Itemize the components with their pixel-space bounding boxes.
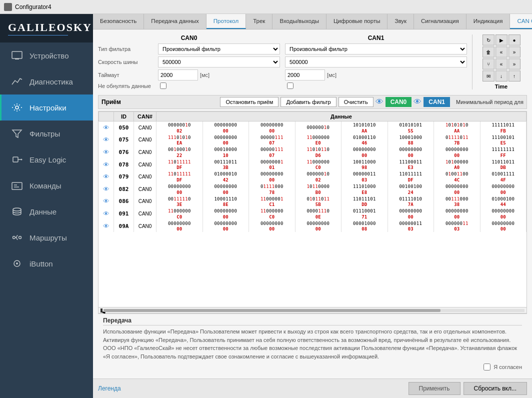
ctrl-refresh-btn[interactable]: ↻ bbox=[482, 34, 494, 46]
row-eye-cell[interactable]: 👁 bbox=[99, 134, 114, 146]
row-byte-cell: 11011011 DB bbox=[480, 158, 526, 171]
no-reset-label: Не обнулять данные bbox=[98, 83, 158, 89]
ctrl-delete-btn[interactable]: 🗑 bbox=[482, 46, 494, 58]
sidebar-item-diagnostics[interactable]: Диагностика bbox=[0, 68, 93, 94]
eye-left-icon[interactable]: 👁 bbox=[376, 98, 384, 106]
row-byte-cell: 00001000 08 bbox=[342, 220, 388, 232]
clear-button[interactable]: Очистить bbox=[338, 97, 374, 107]
ctrl-down-btn[interactable]: ↓ bbox=[496, 70, 508, 82]
table-row: 👁09ACAN0 00000000 00 00000000 00 0000000… bbox=[99, 220, 526, 232]
can0-timeout-input[interactable] bbox=[158, 70, 198, 80]
ctrl-branch-btn[interactable]: ⑂ bbox=[482, 58, 494, 70]
table-row: 👁075CAN0 11101010 EA 00000000 00 0000011… bbox=[99, 134, 526, 146]
can1-timeout-input[interactable] bbox=[285, 70, 325, 80]
row-byte-cell: 00000000 00 bbox=[202, 208, 249, 220]
sidebar-item-filters[interactable]: Фильтры bbox=[0, 120, 93, 146]
sidebar-item-commands-label: Команды bbox=[30, 182, 62, 190]
can1-timeout-unit: [мс] bbox=[327, 72, 336, 78]
ctrl-forward-btn[interactable]: » bbox=[508, 46, 520, 58]
tab-indication[interactable]: Индикация bbox=[466, 14, 510, 29]
row-eye-icon[interactable]: 👁 bbox=[103, 186, 110, 193]
can1-speed-select[interactable]: 500000 bbox=[285, 56, 467, 68]
row-eye-cell[interactable]: 👁 bbox=[99, 170, 114, 183]
reset-button[interactable]: Сбросить вкл... bbox=[464, 382, 527, 395]
sidebar-item-routes[interactable]: Маршруты bbox=[0, 224, 93, 250]
row-byte-cell: 00000000 00 bbox=[388, 208, 434, 220]
ctrl-record-btn[interactable]: ● bbox=[508, 34, 520, 46]
legend-link[interactable]: Легенда bbox=[98, 385, 121, 392]
row-byte-cell: 00000000 00 bbox=[342, 146, 388, 158]
sidebar-item-settings[interactable]: Настройки bbox=[0, 94, 93, 120]
tab-signaling[interactable]: Сигнализация bbox=[414, 14, 466, 29]
can0-speed-select[interactable]: 500000 bbox=[158, 56, 280, 68]
tab-digital-ports[interactable]: Цифровые порты bbox=[326, 14, 388, 29]
main-panel: CAN0 Тип фильтра Произвольный фильтр Ско… bbox=[93, 30, 532, 378]
add-filter-button[interactable]: Добавить фильтр bbox=[280, 97, 336, 107]
tab-protocol[interactable]: Протокол bbox=[206, 14, 246, 29]
col-can: CAN# bbox=[134, 112, 156, 122]
tab-security[interactable]: Безопасность bbox=[93, 14, 144, 29]
logo: GALILEOSKY bbox=[0, 14, 93, 42]
row-eye-cell[interactable]: 👁 bbox=[99, 220, 114, 232]
row-can-cell: CAN0 bbox=[134, 220, 156, 232]
scroll-left-arrow[interactable]: ◄ bbox=[100, 308, 102, 312]
row-byte-cell: 00000000 00 bbox=[480, 220, 526, 232]
row-eye-cell[interactable]: 👁 bbox=[99, 208, 114, 220]
row-eye-icon[interactable]: 👁 bbox=[103, 161, 110, 168]
ctrl-rewind-btn[interactable]: « bbox=[496, 46, 508, 58]
can0-no-reset-checkbox[interactable] bbox=[160, 82, 166, 89]
row-byte-cell: 00001110 0E bbox=[295, 208, 342, 220]
row-eye-cell[interactable]: 👁 bbox=[99, 158, 114, 171]
agree-checkbox[interactable] bbox=[484, 364, 490, 370]
row-eye-icon[interactable]: 👁 bbox=[103, 173, 110, 180]
can1-no-reset-checkbox[interactable] bbox=[287, 82, 294, 89]
tab-data-transfer[interactable]: Передача данных bbox=[144, 14, 206, 29]
row-byte-cell: 00000000 00 bbox=[295, 220, 342, 232]
sidebar-item-device[interactable]: Устройство bbox=[0, 42, 93, 68]
row-byte-cell: 01111011 7B bbox=[434, 134, 480, 146]
can1-badge[interactable]: CAN1 bbox=[424, 97, 450, 107]
row-eye-icon[interactable]: 👁 bbox=[103, 136, 110, 144]
row-eye-icon[interactable]: 👁 bbox=[103, 210, 110, 218]
apply-button[interactable]: Применить bbox=[408, 382, 460, 395]
ctrl-upload-btn[interactable]: ↑ bbox=[508, 70, 520, 82]
ctrl-forward2-btn[interactable]: » bbox=[508, 58, 520, 70]
row-eye-cell[interactable]: 👁 bbox=[99, 196, 114, 208]
row-byte-cell: 11000001 C1 bbox=[249, 196, 296, 208]
row-eye-icon[interactable]: 👁 bbox=[103, 198, 110, 205]
eye-right-icon[interactable]: 👁 bbox=[414, 98, 422, 106]
row-byte-cell: 00000000 00 bbox=[434, 146, 480, 158]
sidebar-item-ibutton[interactable]: iButton bbox=[0, 250, 93, 276]
data-table: ID CAN# Данные 👁050CAN0 00000010 02 0000… bbox=[98, 112, 526, 232]
tab-sound[interactable]: Звук bbox=[388, 14, 414, 29]
stop-reception-button[interactable]: Остановить приём bbox=[220, 97, 278, 107]
ctrl-rewind2-btn[interactable]: « bbox=[496, 58, 508, 70]
can1-filter-select[interactable]: Произвольный фильтр bbox=[285, 44, 467, 54]
row-id-cell: 075 bbox=[114, 134, 134, 146]
row-eye-icon[interactable]: 👁 bbox=[103, 124, 110, 132]
can0-badge[interactable]: CAN0 bbox=[386, 97, 412, 107]
ctrl-email-btn[interactable]: ✉ bbox=[482, 70, 494, 82]
row-byte-cell: 00100100 24 bbox=[388, 183, 434, 196]
tab-io[interactable]: Входы/выходы bbox=[272, 14, 326, 29]
row-byte-cell: 11100101 E5 bbox=[480, 134, 526, 146]
row-id-cell: 076 bbox=[114, 146, 134, 158]
row-byte-cell: 11000000 C0 bbox=[295, 158, 342, 171]
data-table-container[interactable]: ID CAN# Данные 👁050CAN0 00000010 02 0000… bbox=[98, 111, 527, 308]
row-eye-cell[interactable]: 👁 bbox=[99, 122, 114, 134]
tab-track[interactable]: Трек bbox=[246, 14, 272, 29]
row-eye-icon[interactable]: 👁 bbox=[103, 222, 110, 230]
can0-filter-select[interactable]: Произвольный фильтр bbox=[158, 44, 280, 54]
row-eye-cell[interactable]: 👁 bbox=[99, 146, 114, 158]
ctrl-play-btn[interactable]: ▶ bbox=[496, 34, 508, 46]
filter-label: Тип фильтра bbox=[98, 46, 158, 52]
sidebar-item-data[interactable]: Данные bbox=[0, 198, 93, 224]
table-row: 👁082CAN0 00000000 00 00000000 00 0111100… bbox=[99, 183, 526, 196]
sidebar-item-commands[interactable]: Команды bbox=[0, 172, 93, 198]
tab-can-scanner[interactable]: CAN Сканер bbox=[510, 14, 532, 29]
sidebar-item-easylogic[interactable]: Easy Logic bbox=[0, 146, 93, 172]
app-title: Configurator4 bbox=[15, 4, 52, 10]
col-eye bbox=[99, 112, 114, 122]
row-eye-icon[interactable]: 👁 bbox=[103, 148, 110, 156]
row-eye-cell[interactable]: 👁 bbox=[99, 183, 114, 196]
